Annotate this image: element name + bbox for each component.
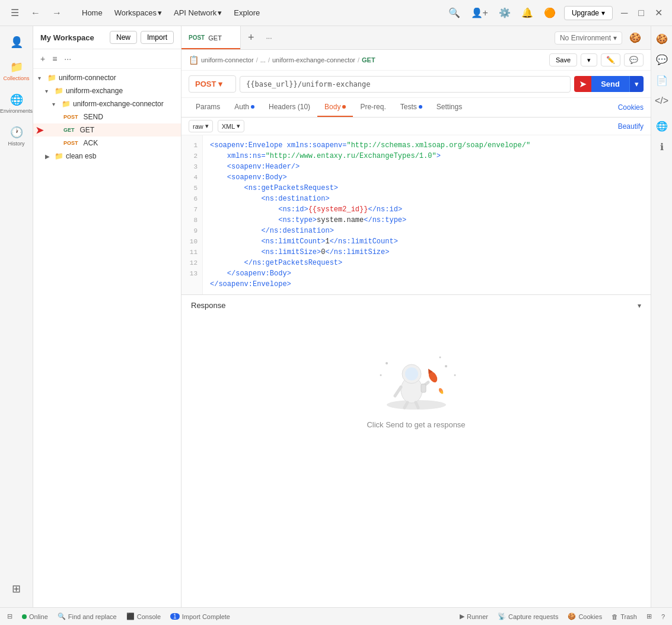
status-capture[interactable]: 📡 Capture requests: [498, 613, 558, 620]
format-selector[interactable]: raw ▾: [189, 120, 213, 132]
invite-button[interactable]: 👤+: [469, 5, 491, 21]
nav-home[interactable]: Home: [77, 6, 107, 20]
right-globe-button[interactable]: 🌐: [654, 118, 670, 134]
upgrade-button[interactable]: Upgrade ▾: [564, 6, 613, 20]
new-button[interactable]: New: [110, 31, 137, 44]
filter-button[interactable]: ≡: [50, 53, 59, 65]
environments-label: Environments: [0, 108, 33, 114]
comment-button[interactable]: 💬: [624, 53, 644, 66]
tab-add-button[interactable]: +: [241, 26, 262, 49]
search-button[interactable]: 🔍: [446, 5, 463, 21]
right-comment-button[interactable]: 💬: [654, 52, 670, 68]
minimize-button[interactable]: ─: [619, 5, 630, 21]
status-find-replace[interactable]: 🔍 Find and replace: [58, 613, 117, 620]
response-empty: Click Send to get a response: [181, 316, 651, 453]
url-input[interactable]: [240, 76, 571, 93]
breadcrumb-exchange-connector[interactable]: uniform-exchange-connector: [272, 56, 355, 64]
tab-more-button[interactable]: ···: [262, 26, 277, 49]
tree-label-uniform-exchange-connector: uniform-exchange-connector: [73, 100, 176, 108]
req-tab-settings[interactable]: Settings: [429, 98, 469, 117]
send-button[interactable]: Send: [591, 76, 629, 92]
console-icon: ⬛: [126, 613, 135, 620]
status-trash[interactable]: 🗑 Trash: [612, 613, 637, 620]
nav-explore[interactable]: Explore: [229, 6, 265, 20]
breadcrumb-sep1: /: [256, 56, 258, 64]
sidebar-item-history[interactable]: 🕐 History: [0, 121, 33, 151]
beautify-button[interactable]: Beautify: [618, 122, 644, 131]
right-cookie-button[interactable]: 🍪: [654, 31, 670, 47]
send-dropdown-button[interactable]: ▾: [629, 76, 644, 92]
account-icon: 👤: [10, 36, 23, 49]
code-editor[interactable]: 1 2 3 4 5 6 7 8 9 10 11 12 13 <soapenv:E…: [181, 135, 651, 294]
collections-toolbar: + ≡ ···: [33, 49, 181, 69]
status-cookies[interactable]: 🍪 Cookies: [568, 613, 602, 620]
menu-icon[interactable]: ☰: [7, 6, 23, 20]
breadcrumb-uniform-connector[interactable]: uniform-connector: [201, 56, 254, 64]
sidebar-item-account[interactable]: 👤: [0, 31, 33, 53]
req-tab-prereq[interactable]: Pre-req.: [353, 98, 393, 117]
add-collection-button[interactable]: +: [38, 53, 47, 65]
cookies-link[interactable]: Cookies: [618, 103, 644, 112]
more-options-button[interactable]: ···: [62, 53, 74, 65]
close-button[interactable]: ✕: [652, 5, 665, 21]
breadcrumb-ellipsis[interactable]: ...: [260, 56, 266, 64]
right-code-button[interactable]: </>: [652, 93, 671, 109]
back-button[interactable]: ←: [27, 6, 44, 20]
folder-icon: 📁: [55, 87, 63, 95]
req-tab-params[interactable]: Params: [189, 98, 227, 117]
tree-label-send: SEND: [84, 113, 176, 121]
tree-item-uniform-exchange-connector[interactable]: ▾ 📁 uniform-exchange-connector: [33, 97, 181, 110]
settings-button[interactable]: ⚙️: [496, 5, 513, 21]
status-console[interactable]: ⬛ Console: [126, 613, 161, 620]
tree-item-clean-esb[interactable]: ▶ 📁 clean esb: [33, 150, 181, 163]
save-dropdown-button[interactable]: ▾: [581, 53, 597, 66]
nav-api-network[interactable]: API Network ▾: [169, 6, 227, 20]
status-layout-toggle[interactable]: ⊟: [7, 613, 12, 620]
status-runner[interactable]: ▶ Runner: [460, 613, 488, 620]
code-line-2: <soapenv:Header/>: [210, 161, 644, 172]
status-help[interactable]: ?: [661, 613, 665, 620]
req-tab-headers[interactable]: Headers (10): [262, 98, 317, 117]
send-arrow-button[interactable]: ➤: [574, 76, 591, 92]
avatar[interactable]: 🟠: [542, 5, 558, 21]
response-header[interactable]: Response ▾: [181, 295, 651, 316]
save-button[interactable]: Save: [549, 53, 577, 66]
tree-item-get[interactable]: ➤ GET GET: [33, 123, 181, 137]
notifications-button[interactable]: 🔔: [519, 5, 536, 21]
sidebar-item-collections[interactable]: 📁 Collections: [0, 56, 33, 86]
req-tab-auth[interactable]: Auth: [227, 98, 262, 117]
edit-button[interactable]: ✏️: [601, 53, 620, 66]
forward-button[interactable]: →: [49, 6, 65, 20]
env-selector[interactable]: No Environment ▾: [555, 31, 622, 45]
right-info-button[interactable]: ℹ: [658, 139, 666, 155]
method-selector[interactable]: POST ▾: [189, 75, 236, 93]
nav-workspaces[interactable]: Workspaces ▾: [110, 6, 167, 20]
tree-item-ack[interactable]: POST ACK: [33, 137, 181, 150]
tree-item-uniform-exchange[interactable]: ▾ 📁 uniform-exchange: [33, 84, 181, 97]
body-area: raw ▾ XML ▾ Beautify 1 2 3 4 5 6: [181, 118, 651, 607]
sidebar-item-environments[interactable]: 🌐 Environments: [0, 88, 33, 119]
req-tab-body[interactable]: Body: [317, 98, 353, 117]
sidebar-item-grid[interactable]: ⊞: [9, 578, 23, 600]
maximize-button[interactable]: □: [636, 5, 646, 21]
online-label: Online: [29, 613, 48, 620]
right-docs-button[interactable]: 📄: [654, 72, 670, 88]
language-selector[interactable]: XML ▾: [218, 120, 245, 132]
status-online[interactable]: Online: [22, 613, 48, 620]
tree-item-uniform-connector[interactable]: ▾ 📁 uniform-connector: [33, 71, 181, 84]
format-label: raw: [193, 123, 203, 130]
folder-icon: 📁: [55, 152, 63, 160]
trash-label: Trash: [620, 613, 637, 620]
status-import-complete[interactable]: 1 Import Complete: [170, 613, 230, 620]
tree-label-get: GET: [80, 126, 176, 134]
import-button[interactable]: Import: [141, 31, 174, 44]
status-grid[interactable]: ⊞: [646, 613, 652, 620]
auth-dot: [251, 105, 254, 109]
req-tab-tests[interactable]: Tests: [393, 98, 429, 117]
code-line-3: <soapenv:Body>: [210, 172, 644, 183]
caret-icon: ▾: [52, 101, 59, 107]
environments-icon: 🌐: [10, 93, 23, 106]
tab-post-get[interactable]: POST GET: [181, 26, 241, 49]
cookie-jar-button[interactable]: 🍪: [627, 30, 644, 46]
tree-item-send[interactable]: POST SEND: [33, 110, 181, 123]
